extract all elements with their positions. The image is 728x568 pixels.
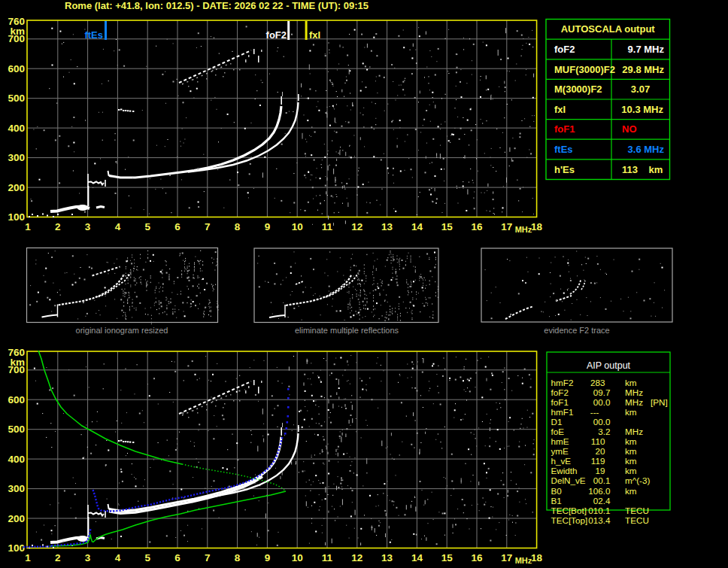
svg-text:10: 10 [292,552,303,563]
svg-text:12: 12 [351,221,362,232]
svg-text:TEC[Top]: TEC[Top] [551,515,588,525]
svg-text:2: 2 [55,552,61,563]
svg-text:eliminate multiple reflections: eliminate multiple reflections [295,326,399,335]
svg-text:19: 19 [595,466,605,475]
svg-text:km: km [625,436,637,446]
svg-text:hmF1: hmF1 [551,407,574,417]
svg-text:18: 18 [531,221,543,232]
svg-text:MUF(3000)F2: MUF(3000)F2 [554,64,615,75]
svg-text:fxI: fxI [309,29,320,41]
svg-text:B1: B1 [551,496,562,506]
svg-text:7: 7 [205,221,211,232]
svg-text:m^(-3): m^(-3) [625,475,651,485]
svg-text:foE: foE [551,427,565,436]
svg-text:AIP output: AIP output [587,360,631,371]
svg-text:h'Es: h'Es [554,164,575,175]
svg-text:500: 500 [8,93,25,104]
svg-text:MHz: MHz [515,225,532,234]
svg-text:14: 14 [411,552,423,563]
svg-text:9: 9 [265,221,271,232]
svg-text:1: 1 [25,221,31,232]
svg-text:MHz: MHz [515,556,532,565]
svg-text:ftEs: ftEs [84,29,103,41]
svg-text:16: 16 [471,552,483,563]
svg-text:3: 3 [85,552,91,563]
svg-text:foF2: foF2 [266,29,287,41]
svg-text:09.7: 09.7 [593,387,611,397]
svg-text:fxI: fxI [554,104,566,115]
svg-text:km: km [625,456,637,466]
svg-text:700: 700 [8,33,25,44]
svg-text:original ionogram resized: original ionogram resized [76,326,168,335]
svg-text:400: 400 [8,123,25,134]
svg-text:16: 16 [471,221,483,232]
svg-text:119: 119 [591,456,605,466]
svg-text:00.0: 00.0 [593,397,611,407]
svg-text:---: --- [590,407,599,417]
svg-text:10.3 MHz: 10.3 MHz [621,104,663,115]
svg-text:10: 10 [292,221,303,232]
svg-text:ftEs: ftEs [554,144,573,155]
svg-text:110: 110 [591,436,605,446]
svg-text:600: 600 [8,394,25,405]
svg-text:foF1: foF1 [554,123,575,135]
svg-text:283: 283 [590,378,605,387]
svg-text:evidence F2 trace: evidence F2 trace [544,326,609,335]
svg-text:17: 17 [501,552,512,563]
svg-text:17: 17 [501,221,512,232]
svg-text:6: 6 [174,552,180,563]
svg-text:foF2: foF2 [551,387,569,397]
svg-text:11: 11 [322,552,333,563]
svg-text:13: 13 [381,552,393,563]
svg-text:100: 100 [8,211,25,223]
svg-text:NO: NO [622,123,637,135]
svg-text:km: km [625,486,637,496]
svg-text:1: 1 [25,552,31,563]
svg-text:MHz: MHz [625,397,643,407]
svg-text:4: 4 [115,552,121,563]
svg-text:4: 4 [115,221,121,232]
svg-text:200: 200 [8,513,25,524]
svg-text:[PN]: [PN] [651,397,668,407]
svg-text:11: 11 [322,221,333,232]
svg-text:TECU: TECU [625,515,649,525]
svg-text:foF1: foF1 [551,397,569,407]
svg-text:00.1: 00.1 [593,475,611,485]
svg-text:km: km [625,378,637,387]
svg-text:400: 400 [8,454,25,465]
svg-text:300: 300 [8,152,25,163]
svg-text:ymE: ymE [551,446,569,456]
svg-text:300: 300 [8,483,25,494]
svg-text:Rome (lat: +41.8, lon: 012.5): Rome (lat: +41.8, lon: 012.5) - DATE: 20… [65,0,369,11]
svg-text:M(3000)F2: M(3000)F2 [554,84,602,95]
svg-text:TEC[Bot]: TEC[Bot] [551,506,587,515]
svg-text:D1: D1 [551,417,563,427]
svg-text:18: 18 [531,552,543,563]
svg-text:12: 12 [351,552,362,563]
svg-text:AUTOSCALA output: AUTOSCALA output [561,23,656,35]
svg-text:2: 2 [55,221,61,232]
svg-text:100: 100 [8,542,25,554]
svg-text:20: 20 [595,446,605,456]
svg-text:MHz: MHz [625,387,643,397]
svg-text:8: 8 [235,221,241,232]
svg-text:7: 7 [205,552,211,563]
svg-text:3.6 MHz: 3.6 MHz [628,144,665,155]
svg-text:TECU: TECU [625,506,649,515]
svg-text:00.0: 00.0 [593,417,611,427]
svg-text:5: 5 [144,552,150,563]
svg-text:500: 500 [8,424,25,435]
svg-text:15: 15 [441,221,453,232]
svg-text:600: 600 [8,63,25,74]
svg-text:200: 200 [8,182,25,193]
svg-text:02.4: 02.4 [593,496,611,506]
svg-text:foF2: foF2 [554,44,575,55]
svg-text:29.8 MHz: 29.8 MHz [622,64,664,75]
svg-text:hmF2: hmF2 [551,378,574,387]
svg-text:6: 6 [174,221,180,232]
svg-text:106.0: 106.0 [588,486,611,496]
svg-text:5: 5 [144,221,150,232]
svg-text:B0: B0 [551,486,563,496]
svg-text:113 km: 113 km [622,164,663,175]
svg-text:9: 9 [265,552,271,563]
